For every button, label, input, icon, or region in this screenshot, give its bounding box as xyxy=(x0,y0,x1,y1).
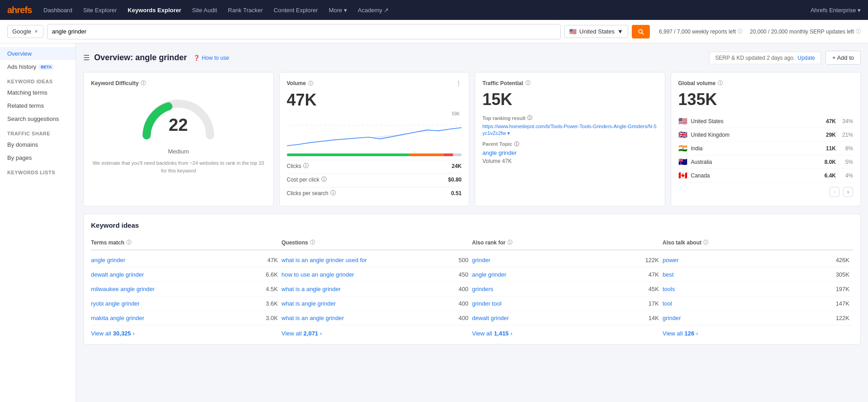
ideas-term-link[interactable]: what is an angle grinder xyxy=(281,315,344,321)
ideas-term-link[interactable]: ryobi angle grinder xyxy=(91,300,140,307)
nav-site-audit[interactable]: Site Audit xyxy=(188,0,222,20)
volume-info-icon[interactable]: ⓘ xyxy=(308,80,313,87)
sidebar-item-related-terms[interactable]: Related terms xyxy=(0,99,76,112)
nav-site-explorer[interactable]: Site Explorer xyxy=(79,0,121,20)
ideas-col-info-icon[interactable]: ⓘ xyxy=(126,239,131,246)
ideas-term-link[interactable]: milwaukee angle grinder xyxy=(91,286,155,292)
ideas-term-link[interactable]: best xyxy=(663,271,674,278)
ideas-term-link[interactable]: tool xyxy=(663,300,672,307)
ideas-col-info-icon[interactable]: ⓘ xyxy=(310,239,315,246)
gv-next-btn[interactable]: › xyxy=(843,187,853,197)
sidebar-section-keywords-lists: Keywords lists xyxy=(0,164,76,177)
ideas-term-value: 45K xyxy=(649,286,659,292)
volume-bar-red xyxy=(444,153,453,156)
ideas-row: what is an angle grinder used for 500 xyxy=(281,253,472,268)
ideas-term-link[interactable]: makita angle grinder xyxy=(91,315,144,321)
nav-more[interactable]: More ▾ xyxy=(324,0,351,20)
cps-info-icon[interactable]: ⓘ xyxy=(330,189,336,197)
gv-country-name[interactable]: United Kingdom xyxy=(691,132,816,138)
ideas-term-link[interactable]: grinder tool xyxy=(472,300,501,307)
update-link[interactable]: Update xyxy=(797,55,815,61)
kd-info-icon[interactable]: ⓘ xyxy=(141,80,146,86)
ideas-term-link[interactable]: power xyxy=(663,257,678,263)
cpc-info-icon[interactable]: ⓘ xyxy=(321,176,327,183)
gv-country-pct: 8% xyxy=(839,145,853,152)
volume-bar-gray xyxy=(453,153,462,156)
ideas-term-link[interactable]: grinder xyxy=(472,257,490,263)
ideas-col-info-icon[interactable]: ⓘ xyxy=(507,239,512,246)
keyword-ideas-card: Keyword ideas Terms match ⓘ angle grinde… xyxy=(83,214,861,345)
view-all-link[interactable]: View all 1,415 › xyxy=(472,325,663,337)
view-all-link[interactable]: View all 30,325 › xyxy=(91,325,281,337)
add-to-button[interactable]: + Add to xyxy=(825,51,861,65)
info-icon[interactable]: ⓘ xyxy=(856,28,861,35)
hamburger-icon[interactable]: ☰ xyxy=(83,53,90,62)
ideas-term-link[interactable]: grinders xyxy=(472,286,493,292)
nav-keywords-explorer[interactable]: Keywords Explorer xyxy=(123,0,186,20)
gv-prev-btn[interactable]: ‹ xyxy=(830,187,839,197)
view-all-link[interactable]: View all 2,071 › xyxy=(281,325,472,337)
volume-chart-wrap: 59K xyxy=(287,111,462,152)
kd-card: Keyword Difficulty ⓘ 22 Medium We estima… xyxy=(83,72,274,206)
volume-more-btn[interactable]: ⋮ xyxy=(455,80,462,87)
ideas-term-link[interactable]: dewalt grinder xyxy=(472,315,509,321)
nav-dashboard[interactable]: Dashboard xyxy=(39,0,77,20)
ideas-row: dewalt grinder 14K xyxy=(472,311,663,325)
gv-country-name[interactable]: United States xyxy=(691,118,816,124)
ideas-row: grinders 45K xyxy=(472,282,663,297)
gv-country-name[interactable]: Canada xyxy=(691,172,816,179)
sidebar-item-overview[interactable]: Overview xyxy=(0,47,76,60)
gv-country-pct: 21% xyxy=(839,132,853,138)
tp-top-ranking-info-icon[interactable]: ⓘ xyxy=(527,115,532,121)
ideas-col-info-icon[interactable]: ⓘ xyxy=(703,239,708,246)
gv-country-name[interactable]: India xyxy=(691,145,816,152)
ideas-column: Also rank for ⓘ grinder 122K angle grind… xyxy=(472,236,663,337)
main-content: ☰ Overview: angle grinder ❓ How to use S… xyxy=(76,43,868,402)
sidebar-item-by-domains[interactable]: By domains xyxy=(0,138,76,151)
ideas-term-value: 47K xyxy=(649,271,659,278)
ideas-term-link[interactable]: tools xyxy=(663,286,675,292)
gv-country-pct: 5% xyxy=(839,159,853,165)
ideas-term-link[interactable]: what is angle grinder xyxy=(281,300,336,307)
ideas-term-link[interactable]: what is an angle grinder used for xyxy=(281,257,367,263)
nav-rank-tracker[interactable]: Rank Tracker xyxy=(224,0,267,20)
ideas-term-link[interactable]: what is a angle grinder xyxy=(281,286,341,292)
ideas-term-link[interactable]: dewalt angle grinder xyxy=(91,271,144,278)
nav-academy[interactable]: Academy ↗ xyxy=(353,0,394,20)
country-select[interactable]: 🇺🇸 United States ▼ xyxy=(564,25,628,38)
ideas-term-link[interactable]: angle grinder xyxy=(472,271,506,278)
tp-parent-topic[interactable]: angle grinder xyxy=(482,149,658,156)
ideas-term-value: 500 xyxy=(458,257,468,263)
tp-parent-topic-info-icon[interactable]: ⓘ xyxy=(514,141,519,148)
ideas-term-link[interactable]: grinder xyxy=(663,315,681,321)
update-notice: SERP & KD updated 2 days ago. Update xyxy=(709,52,821,64)
ideas-term-value: 450 xyxy=(458,271,468,278)
how-to-use-link[interactable]: ❓ How to use xyxy=(193,55,229,61)
gv-info-icon[interactable]: ⓘ xyxy=(718,80,723,86)
nav-content-explorer[interactable]: Content Explorer xyxy=(269,0,323,20)
sidebar-item-search-suggestions[interactable]: Search suggestions xyxy=(0,112,76,125)
gv-country-name[interactable]: Australia xyxy=(691,159,816,165)
sidebar-item-by-pages[interactable]: By pages xyxy=(0,151,76,164)
beta-badge: BETA xyxy=(39,64,53,70)
search-bar: Google ▼ 🇺🇸 United States ▼ 6,997 / 7,00… xyxy=(0,20,868,43)
ideas-term-link[interactable]: how to use an angle grinder xyxy=(281,271,354,278)
sidebar-item-matching-terms[interactable]: Matching terms xyxy=(0,86,76,99)
tp-info-icon[interactable]: ⓘ xyxy=(525,80,530,86)
ideas-row: dewalt angle grinder 6.6K xyxy=(91,268,281,282)
main-layout: Overview Ads history BETA Keyword ideas … xyxy=(0,43,868,402)
sidebar: Overview Ads history BETA Keyword ideas … xyxy=(0,43,76,402)
ideas-term-value: 122K xyxy=(836,315,849,321)
tp-url[interactable]: https://www.homedepot.com/b/Tools-Power-… xyxy=(482,123,658,137)
ideas-term-link[interactable]: angle grinder xyxy=(91,257,125,263)
keyword-input[interactable] xyxy=(52,28,556,35)
clicks-info-icon[interactable]: ⓘ xyxy=(303,162,309,170)
nav-enterprise[interactable]: Ahrefs Enterprise ▾ xyxy=(811,7,861,14)
ideas-col-header: Also talk about ⓘ xyxy=(663,236,853,250)
sidebar-item-ads-history[interactable]: Ads history BETA xyxy=(0,60,76,73)
search-button[interactable] xyxy=(632,25,650,38)
view-all-link[interactable]: View all 126 › xyxy=(663,325,853,337)
info-icon[interactable]: ⓘ xyxy=(738,28,743,35)
cpc-label: Cost per click ⓘ xyxy=(287,176,327,183)
engine-select[interactable]: Google ▼ xyxy=(7,25,43,38)
